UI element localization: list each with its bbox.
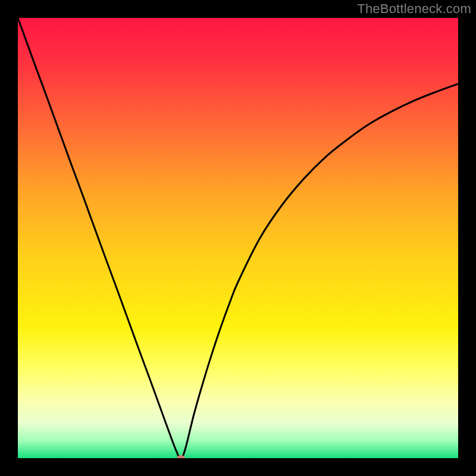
chart-stage: TheBottleneck.com <box>0 0 476 476</box>
watermark-text: TheBottleneck.com <box>357 1 471 17</box>
bottleneck-curve <box>18 18 458 458</box>
minimum-marker <box>177 455 185 458</box>
curve-path <box>18 18 458 458</box>
plot-area <box>18 18 458 458</box>
